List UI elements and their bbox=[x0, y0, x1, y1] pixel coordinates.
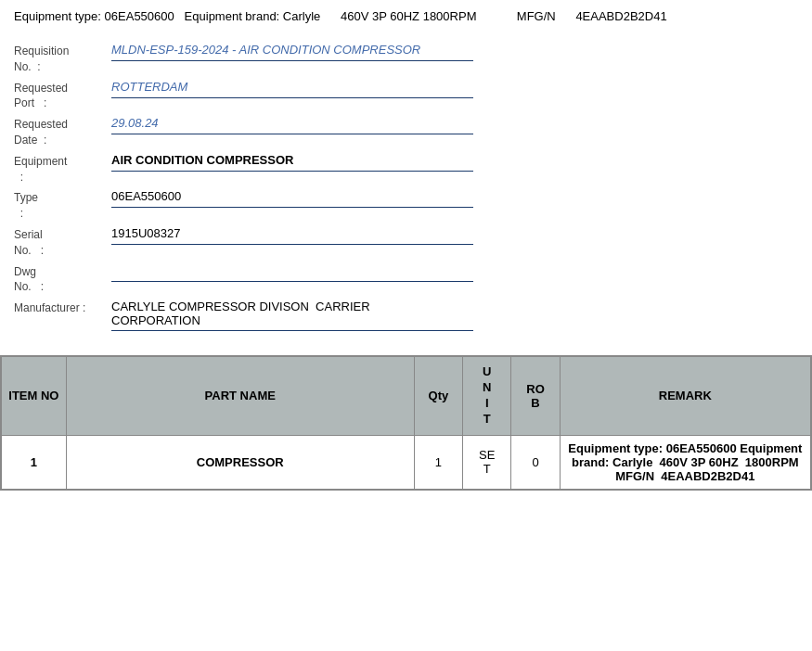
equipment-value: AIR CONDITION COMPRESSOR bbox=[111, 148, 483, 171]
brand-value: Carlyle bbox=[283, 9, 320, 23]
requested-port-row: RequestedPort : ROTTERDAM bbox=[14, 75, 798, 112]
type-row: Type : 06EA550600 bbox=[14, 185, 798, 222]
requisition-value: MLDN-ESP-159-2024 - AIR CONDITION COMPRE… bbox=[111, 38, 483, 60]
td-remark: Equipment type: 06EA550600 Equipment bra… bbox=[560, 435, 810, 489]
mfgn-label: MFG/N bbox=[517, 9, 556, 23]
serial-row: SerialNo. : 1915U08327 bbox=[14, 222, 798, 259]
table-header-row: ITEM NO PART NAME Qty UNIT ROB REMARK bbox=[2, 357, 811, 436]
header-bar: Equipment type: 06EA550600 Equipment bra… bbox=[0, 0, 812, 31]
dwg-row: DwgNo. : bbox=[14, 259, 798, 296]
remark-bold-part: Equipment type: 06EA550600 Equipment bra… bbox=[568, 441, 802, 483]
td-rob: 0 bbox=[511, 435, 560, 489]
serial-value: 1915U08327 bbox=[111, 222, 483, 244]
requested-port-label: RequestedPort : bbox=[14, 75, 111, 112]
table-section: ITEM NO PART NAME Qty UNIT ROB REMARK 1 … bbox=[0, 355, 812, 491]
equipment-row: Equipment : AIR CONDITION COMPRESSOR bbox=[14, 148, 798, 185]
manufacturer-underline bbox=[111, 330, 473, 331]
specs: 460V 3P 60HZ 1800RPM bbox=[341, 9, 476, 23]
th-item-no: ITEM NO bbox=[2, 357, 67, 436]
td-unit: SET bbox=[463, 435, 511, 489]
manufacturer-label: Manufacturer : bbox=[14, 295, 111, 316]
requisition-label: RequisitionNo. : bbox=[14, 38, 111, 75]
requisition-value-wrap: MLDN-ESP-159-2024 - AIR CONDITION COMPRE… bbox=[111, 38, 483, 69]
th-qty: Qty bbox=[414, 357, 462, 436]
requisition-row: RequisitionNo. : MLDN-ESP-159-2024 - AIR… bbox=[14, 38, 798, 75]
td-item-no: 1 bbox=[2, 435, 67, 489]
td-part-name: COMPRESSOR bbox=[66, 435, 414, 489]
manufacturer-value-wrap: CARLYLE COMPRESSOR DIVISON CARRIERCORPOR… bbox=[111, 295, 483, 338]
th-rob: ROB bbox=[511, 357, 560, 436]
type-value-wrap: 06EA550600 bbox=[111, 185, 483, 215]
serial-label: SerialNo. : bbox=[14, 222, 111, 259]
remark-text: Equipment type: 06EA550600 Equipment bra… bbox=[568, 441, 802, 483]
equipment-type-value: 06EA550600 bbox=[105, 9, 174, 23]
equipment-label: Equipment : bbox=[14, 148, 111, 185]
serial-underline bbox=[111, 244, 473, 245]
requested-date-row: RequestedDate : 29.08.24 bbox=[14, 111, 798, 148]
requested-port-value: ROTTERDAM bbox=[111, 75, 483, 97]
type-underline bbox=[111, 207, 473, 208]
page-container: Equipment type: 06EA550600 Equipment bra… bbox=[0, 0, 812, 651]
equipment-value-wrap: AIR CONDITION COMPRESSOR bbox=[111, 148, 483, 179]
form-section: RequisitionNo. : MLDN-ESP-159-2024 - AIR… bbox=[0, 31, 812, 346]
requested-date-value: 29.08.24 bbox=[111, 111, 483, 134]
dwg-underline bbox=[111, 281, 473, 282]
manufacturer-value: CARLYLE COMPRESSOR DIVISON CARRIERCORPOR… bbox=[111, 295, 483, 330]
type-value: 06EA550600 bbox=[111, 185, 483, 207]
th-remark: REMARK bbox=[560, 357, 810, 436]
brand-label: Equipment brand: bbox=[185, 9, 280, 23]
table-row: 1 COMPRESSOR 1 SET 0 Equipment type: 06E… bbox=[2, 435, 811, 489]
requested-port-underline bbox=[111, 97, 473, 98]
dwg-value-wrap bbox=[111, 259, 483, 289]
equipment-type-label: Equipment type: bbox=[14, 9, 101, 23]
th-part-name: PART NAME bbox=[66, 357, 414, 436]
dwg-value bbox=[111, 259, 483, 281]
type-label: Type : bbox=[14, 185, 111, 222]
mfgn-value: 4EAABD2B2D41 bbox=[575, 9, 666, 23]
serial-value-wrap: 1915U08327 bbox=[111, 222, 483, 252]
equipment-underline bbox=[111, 171, 473, 172]
requisition-underline bbox=[111, 60, 473, 61]
manufacturer-row: Manufacturer : CARLYLE COMPRESSOR DIVISO… bbox=[14, 295, 798, 338]
td-qty: 1 bbox=[414, 435, 462, 489]
requested-date-value-wrap: 29.08.24 bbox=[111, 111, 483, 142]
requested-port-value-wrap: ROTTERDAM bbox=[111, 75, 483, 106]
parts-table: ITEM NO PART NAME Qty UNIT ROB REMARK 1 … bbox=[1, 356, 811, 490]
requested-date-label: RequestedDate : bbox=[14, 111, 111, 148]
th-unit: UNIT bbox=[463, 357, 511, 436]
dwg-label: DwgNo. : bbox=[14, 259, 111, 296]
requested-date-underline bbox=[111, 134, 473, 134]
